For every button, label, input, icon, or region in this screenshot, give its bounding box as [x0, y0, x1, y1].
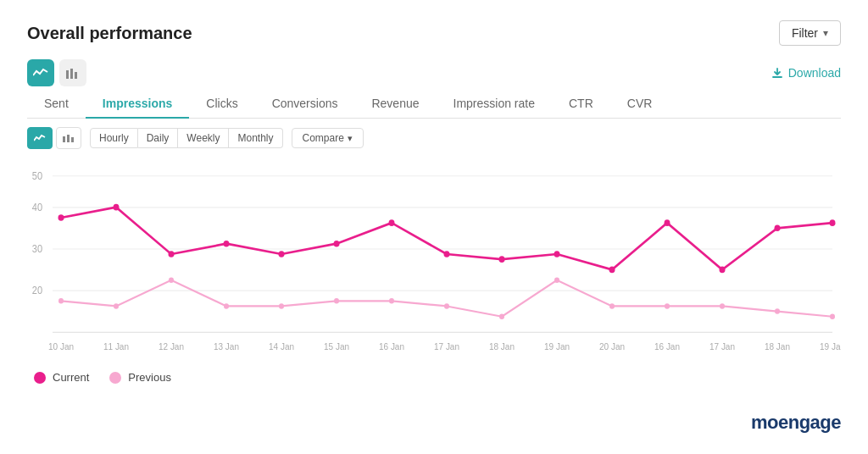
moengage-logo: moengage [751, 412, 841, 434]
tab-impressions[interactable]: Impressions [86, 90, 189, 119]
current-dot [34, 372, 46, 384]
svg-point-38 [499, 256, 505, 263]
svg-point-42 [720, 267, 726, 274]
tab-impression-rate[interactable]: Impression rate [437, 90, 552, 119]
svg-point-33 [224, 241, 230, 247]
svg-point-47 [169, 277, 174, 283]
legend-previous: Previous [109, 371, 171, 384]
svg-point-58 [775, 308, 780, 314]
svg-rect-2 [75, 72, 77, 79]
svg-point-59 [830, 313, 835, 319]
svg-point-54 [554, 277, 559, 283]
svg-point-53 [499, 313, 504, 319]
svg-point-50 [334, 298, 339, 304]
tabs-row: Sent Impressions Clicks Conversions Reve… [27, 90, 841, 119]
compare-label: Compare [303, 132, 344, 144]
svg-point-44 [830, 219, 836, 226]
svg-point-37 [444, 251, 450, 257]
chart-area: 50 40 30 20 10 Jan11 Jan12 Jan13 Jan14 J… [27, 158, 841, 361]
svg-point-43 [775, 224, 781, 231]
tab-conversions[interactable]: Conversions [255, 90, 355, 119]
line-chart-button[interactable] [27, 59, 54, 86]
svg-point-49 [279, 303, 284, 309]
svg-point-55 [609, 303, 615, 309]
svg-point-46 [114, 303, 119, 309]
hourly-button[interactable]: Hourly [90, 128, 138, 148]
svg-point-34 [279, 251, 285, 257]
svg-point-52 [444, 303, 449, 309]
tab-revenue[interactable]: Revenue [354, 90, 436, 119]
tab-ctr[interactable]: CTR [552, 90, 610, 119]
download-label: Download [788, 66, 841, 80]
svg-rect-4 [67, 135, 70, 142]
tab-cvr[interactable]: CVR [610, 90, 670, 119]
svg-point-51 [389, 298, 394, 304]
legend-current-label: Current [53, 371, 89, 384]
bar-chart-button[interactable] [59, 59, 86, 86]
controls-row: Hourly Daily Weekly Monthly Compare ▾ [27, 127, 841, 149]
svg-point-36 [389, 219, 395, 226]
svg-point-30 [58, 214, 64, 221]
svg-rect-1 [70, 69, 73, 79]
bar-view-toggle[interactable] [56, 127, 81, 149]
svg-point-56 [665, 303, 670, 309]
legend-row: Current Previous [27, 371, 841, 384]
svg-point-57 [720, 303, 725, 309]
svg-point-41 [665, 219, 670, 226]
period-buttons: Hourly Daily Weekly Monthly [90, 128, 283, 148]
line-view-toggle[interactable] [27, 127, 53, 149]
download-button[interactable]: Download [771, 66, 841, 80]
chart-type-icons [27, 59, 86, 86]
svg-rect-0 [66, 70, 69, 79]
svg-point-32 [169, 251, 175, 257]
filter-button[interactable]: Filter ▾ [779, 20, 841, 46]
svg-point-48 [224, 303, 229, 309]
compare-chevron-icon: ▾ [348, 133, 353, 144]
daily-button[interactable]: Daily [138, 128, 179, 148]
svg-point-31 [114, 204, 120, 211]
svg-rect-3 [63, 136, 65, 142]
svg-point-40 [609, 267, 615, 274]
svg-point-45 [58, 298, 64, 304]
svg-point-35 [334, 241, 340, 247]
tab-sent[interactable]: Sent [27, 90, 86, 119]
monthly-button[interactable]: Monthly [229, 128, 282, 148]
tab-clicks[interactable]: Clicks [189, 90, 254, 119]
legend-previous-label: Previous [128, 371, 171, 384]
svg-point-39 [554, 251, 560, 257]
legend-current: Current [34, 371, 89, 384]
previous-dot [109, 372, 121, 384]
chevron-down-icon: ▾ [823, 27, 828, 39]
svg-rect-5 [71, 137, 74, 142]
filter-label: Filter [792, 26, 818, 40]
compare-button[interactable]: Compare ▾ [292, 128, 364, 148]
weekly-button[interactable]: Weekly [178, 128, 229, 148]
page-title: Overall performance [27, 24, 192, 43]
